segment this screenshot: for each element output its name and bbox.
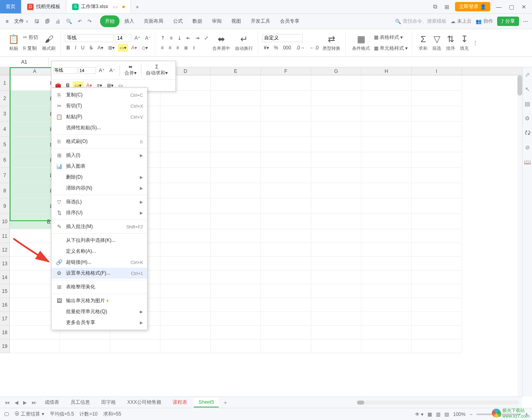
context-menu-item[interactable]: ⎘格式刷(O)⎘ — [51, 136, 147, 147]
cell[interactable] — [361, 326, 412, 339]
menu-review[interactable]: 审阅 — [207, 15, 226, 27]
float-merge-button[interactable]: ⬌合并▾ — [122, 63, 139, 78]
cell[interactable] — [160, 298, 211, 312]
cell[interactable] — [361, 152, 412, 168]
panel-style-icon[interactable]: ▤ — [525, 100, 530, 107]
context-menu-item[interactable]: 批量处理单元格(Q)▶ — [51, 306, 147, 317]
cell[interactable] — [261, 152, 311, 168]
cell[interactable] — [412, 152, 462, 168]
cell[interactable] — [160, 122, 211, 137]
cell[interactable] — [160, 257, 211, 271]
menu-start[interactable]: 开始 — [100, 15, 120, 27]
cell[interactable] — [311, 183, 361, 198]
context-menu-item[interactable]: 🔗超链接(H)...Ctrl+K — [51, 257, 147, 268]
cell[interactable] — [412, 257, 462, 271]
cell[interactable] — [261, 106, 311, 122]
cell[interactable] — [211, 137, 261, 152]
cell[interactable] — [261, 229, 311, 243]
cell[interactable] — [211, 271, 261, 284]
zoom-value[interactable]: 100% — [453, 411, 466, 417]
menu-insert[interactable]: 插入 — [120, 15, 139, 27]
cell[interactable] — [311, 106, 361, 122]
row-header[interactable]: 16 — [0, 298, 10, 312]
close-button[interactable]: ✕ — [520, 2, 528, 12]
cell[interactable] — [361, 312, 412, 326]
copy-button[interactable]: ⎘复制 — [21, 44, 40, 53]
menu-member[interactable]: 会员专享 — [275, 15, 304, 27]
strike-button[interactable]: S̶ — [88, 44, 94, 52]
sum-button[interactable]: Σ求和 — [416, 32, 430, 53]
cell[interactable] — [311, 75, 361, 91]
float-size-select[interactable] — [78, 67, 96, 74]
col-I[interactable]: I — [412, 67, 462, 75]
fill-button[interactable]: ↧填充 — [457, 32, 471, 53]
share-button[interactable]: ⤴ 分享 — [497, 17, 519, 26]
context-menu-item[interactable]: 定义名称(A)... — [51, 246, 147, 257]
sheet-tab-2[interactable]: 员工信息 — [66, 397, 95, 407]
redo-icon[interactable]: ↷ — [85, 17, 94, 26]
cell[interactable] — [211, 91, 261, 106]
cell[interactable] — [211, 122, 261, 137]
panel-cursor-icon[interactable]: ↖ — [525, 86, 530, 92]
text-effect-button[interactable]: A▾ — [96, 44, 105, 52]
row-header[interactable]: 7 — [0, 168, 10, 183]
underline-button[interactable]: U — [79, 44, 86, 52]
cell[interactable] — [261, 243, 311, 257]
cell[interactable] — [311, 214, 361, 229]
saveas-icon[interactable]: 🗐 — [43, 17, 52, 26]
row-header[interactable]: 19 — [0, 339, 10, 353]
select-all-corner[interactable] — [0, 67, 10, 75]
add-sheet-button[interactable]: + — [220, 398, 230, 407]
number-format-select[interactable] — [262, 34, 303, 42]
cell[interactable] — [211, 214, 261, 229]
row-header[interactable]: 4 — [0, 122, 10, 137]
cell[interactable] — [160, 91, 211, 106]
panel-backup-icon[interactable]: 🗘 — [525, 130, 530, 136]
cell[interactable] — [160, 214, 211, 229]
view-pagebreak-icon[interactable]: ▤ — [444, 411, 449, 417]
table-style-button[interactable]: ▦表格样式▾ — [372, 33, 409, 42]
context-menu-item[interactable]: ⊞表格整理美化 — [51, 281, 147, 292]
panel-settings-icon[interactable]: ⚙ — [525, 115, 530, 122]
align-middle-icon[interactable]: ≡ — [168, 34, 174, 42]
wrap-button[interactable]: ↵自动换行 — [233, 32, 255, 53]
cell[interactable] — [412, 122, 462, 137]
cell[interactable] — [412, 326, 462, 339]
cell[interactable] — [261, 298, 311, 312]
cell[interactable] — [361, 198, 412, 214]
cell[interactable] — [311, 326, 361, 339]
cell[interactable] — [311, 243, 361, 257]
bold-button[interactable]: B — [65, 44, 72, 52]
cell[interactable] — [261, 326, 311, 339]
sheet-tab-3[interactable]: 田字格 — [96, 397, 121, 407]
float-font-select[interactable] — [53, 67, 77, 74]
cell[interactable] — [211, 152, 261, 168]
float-inc-font-icon[interactable]: A⁺ — [97, 66, 107, 75]
cell[interactable] — [160, 152, 211, 168]
sheet-nav-first[interactable]: ⏮ — [3, 398, 11, 407]
context-menu-item[interactable]: 清除内容(N)▶ — [51, 183, 147, 194]
cell[interactable] — [361, 106, 412, 122]
cell[interactable] — [160, 106, 211, 122]
font-select[interactable] — [65, 34, 113, 42]
cell[interactable] — [361, 229, 412, 243]
cell[interactable] — [261, 122, 311, 137]
decrease-font-icon[interactable]: A⁻ — [143, 34, 152, 42]
undo-icon[interactable]: ↶ — [76, 17, 84, 26]
cell[interactable] — [211, 312, 261, 326]
file-menu[interactable]: 文件∨ — [13, 16, 30, 26]
context-menu-item[interactable]: ✎插入批注(M)Shift+F2 — [51, 221, 147, 232]
cell[interactable] — [311, 137, 361, 152]
status-calc[interactable]: ⦿ 工资结算 ▾ — [15, 411, 44, 418]
cell[interactable] — [211, 284, 261, 298]
row-header[interactable]: 13 — [0, 257, 10, 271]
font-size-select[interactable] — [115, 34, 131, 42]
cell[interactable] — [361, 339, 412, 353]
float-dec-font-icon[interactable]: A⁻ — [107, 66, 117, 75]
align-left-icon[interactable]: ≡ — [159, 44, 165, 52]
app-menu-icon[interactable]: ≡ — [4, 17, 10, 26]
percent-icon[interactable]: % — [272, 44, 280, 52]
float-autosum-button[interactable]: Σ自动求和▾ — [144, 63, 170, 78]
cell[interactable] — [412, 91, 462, 106]
cell[interactable] — [361, 257, 412, 271]
